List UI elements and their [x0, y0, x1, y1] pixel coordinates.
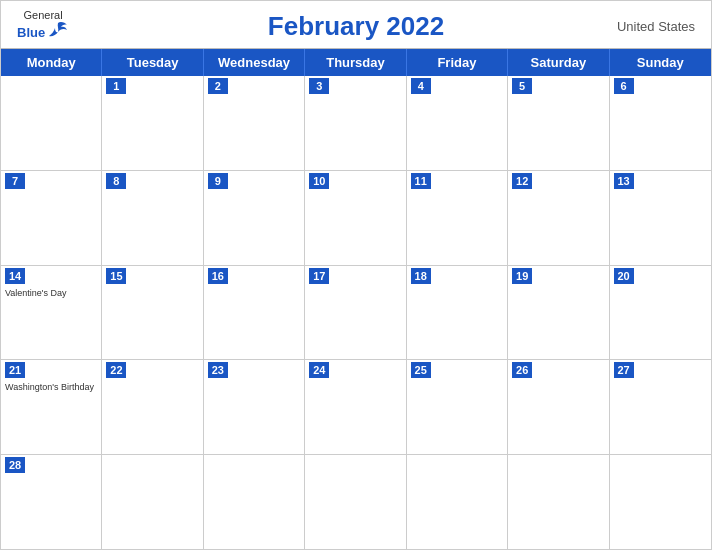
day-cell-10: 10	[305, 171, 406, 265]
day-cell-17: 17	[305, 266, 406, 360]
calendar: General Blue February 2022 United States…	[0, 0, 712, 550]
day-header-sunday: Sunday	[610, 49, 711, 76]
day-number: 6	[614, 78, 634, 94]
day-cell-15: 15	[102, 266, 203, 360]
day-cell-empty-2	[204, 455, 305, 549]
day-cell-5: 5	[508, 76, 609, 170]
day-number: 22	[106, 362, 126, 378]
day-number: 15	[106, 268, 126, 284]
day-cell-1: 1	[102, 76, 203, 170]
day-cell-24: 24	[305, 360, 406, 454]
day-number: 14	[5, 268, 25, 284]
day-cell-8: 8	[102, 171, 203, 265]
day-cell-28: 28	[1, 455, 102, 549]
day-number: 10	[309, 173, 329, 189]
day-number: 24	[309, 362, 329, 378]
day-header-thursday: Thursday	[305, 49, 406, 76]
day-number: 8	[106, 173, 126, 189]
calendar-title: February 2022	[268, 11, 444, 42]
day-cell-empty-3	[305, 455, 406, 549]
day-number: 13	[614, 173, 634, 189]
logo: General Blue	[17, 9, 69, 39]
day-number: 19	[512, 268, 532, 284]
day-number: 25	[411, 362, 431, 378]
day-cell-13: 13	[610, 171, 711, 265]
calendar-grid: MondayTuesdayWednesdayThursdayFridaySatu…	[1, 48, 711, 549]
day-number: 17	[309, 268, 329, 284]
week-row-2: 78910111213	[1, 171, 711, 266]
day-cell-27: 27	[610, 360, 711, 454]
day-number: 2	[208, 78, 228, 94]
day-number: 21	[5, 362, 25, 378]
day-cell-6: 6	[610, 76, 711, 170]
day-cell-3: 3	[305, 76, 406, 170]
day-cell-26: 26	[508, 360, 609, 454]
day-cell-4: 4	[407, 76, 508, 170]
day-event: Washington's Birthday	[5, 382, 97, 393]
day-number: 4	[411, 78, 431, 94]
day-cell-7: 7	[1, 171, 102, 265]
day-number: 28	[5, 457, 25, 473]
day-number: 27	[614, 362, 634, 378]
calendar-header: General Blue February 2022 United States	[1, 1, 711, 48]
day-number: 1	[106, 78, 126, 94]
day-header-wednesday: Wednesday	[204, 49, 305, 76]
day-number: 26	[512, 362, 532, 378]
day-number: 11	[411, 173, 431, 189]
day-number: 23	[208, 362, 228, 378]
day-header-saturday: Saturday	[508, 49, 609, 76]
day-event: Valentine's Day	[5, 288, 97, 299]
day-headers-row: MondayTuesdayWednesdayThursdayFridaySatu…	[1, 49, 711, 76]
day-header-tuesday: Tuesday	[102, 49, 203, 76]
day-number: 18	[411, 268, 431, 284]
day-header-friday: Friday	[407, 49, 508, 76]
day-cell-21: 21Washington's Birthday	[1, 360, 102, 454]
day-cell-empty-1	[102, 455, 203, 549]
day-cell-14: 14Valentine's Day	[1, 266, 102, 360]
day-cell-2: 2	[204, 76, 305, 170]
day-cell-empty-4	[407, 455, 508, 549]
day-cell-23: 23	[204, 360, 305, 454]
day-cell-19: 19	[508, 266, 609, 360]
day-cell-9: 9	[204, 171, 305, 265]
day-cell-18: 18	[407, 266, 508, 360]
week-row-3: 14Valentine's Day151617181920	[1, 266, 711, 361]
logo-bird-icon	[47, 21, 69, 39]
weeks-container: 1234567891011121314Valentine's Day151617…	[1, 76, 711, 549]
day-number: 12	[512, 173, 532, 189]
day-cell-22: 22	[102, 360, 203, 454]
day-number: 7	[5, 173, 25, 189]
day-cell-11: 11	[407, 171, 508, 265]
day-number: 16	[208, 268, 228, 284]
day-cell-25: 25	[407, 360, 508, 454]
week-row-4: 21Washington's Birthday222324252627	[1, 360, 711, 455]
week-row-1: 123456	[1, 76, 711, 171]
day-number: 9	[208, 173, 228, 189]
day-cell-empty-6	[610, 455, 711, 549]
week-row-5: 28	[1, 455, 711, 549]
day-cell-empty-0	[1, 76, 102, 170]
day-header-monday: Monday	[1, 49, 102, 76]
country-label: United States	[617, 19, 695, 34]
day-number: 5	[512, 78, 532, 94]
day-number: 20	[614, 268, 634, 284]
day-cell-empty-5	[508, 455, 609, 549]
day-cell-12: 12	[508, 171, 609, 265]
day-cell-16: 16	[204, 266, 305, 360]
day-cell-20: 20	[610, 266, 711, 360]
day-number: 3	[309, 78, 329, 94]
logo-general-text: General	[24, 9, 63, 21]
logo-blue-text: Blue	[17, 26, 45, 39]
